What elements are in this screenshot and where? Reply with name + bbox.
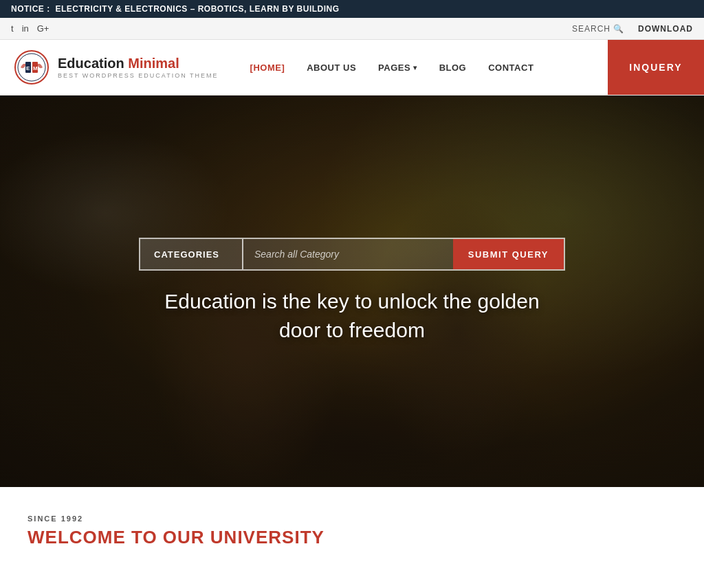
search-input-wrap — [243, 239, 453, 269]
inquiry-button[interactable]: INQUERY — [608, 40, 704, 95]
submit-query-button[interactable]: SUBMIT QUERY — [453, 239, 564, 269]
hero-section: CATEGORIES SUBMIT QUERY Education is the… — [0, 95, 704, 487]
search-link[interactable]: SEARCH 🔍 — [572, 24, 624, 34]
since-label: SINCE 1992 — [28, 514, 676, 523]
logo-area[interactable]: E M Education Minimal BEST WORDPRESS EDU… — [0, 40, 232, 95]
search-icon: 🔍 — [613, 24, 624, 34]
svg-text:E: E — [26, 65, 30, 71]
nav-about[interactable]: ABOUT US — [296, 40, 367, 95]
google-plus-icon[interactable]: G+ — [37, 23, 50, 34]
notice-label: NOTICE : — [11, 4, 50, 14]
nav-contact[interactable]: CONTACT — [477, 40, 544, 95]
site-tagline: BEST WORDPRESS EDUCATION THEME — [58, 72, 219, 79]
top-bar: t in G+ SEARCH 🔍 DOWNLOAD — [0, 18, 704, 40]
hero-tagline: Education is the key to unlock the golde… — [146, 287, 558, 345]
categories-dropdown[interactable]: CATEGORIES — [140, 239, 243, 269]
top-bar-right: SEARCH 🔍 DOWNLOAD — [572, 24, 693, 34]
site-header: E M Education Minimal BEST WORDPRESS EDU… — [0, 40, 704, 95]
nav-pages[interactable]: PAGES ▾ — [367, 40, 428, 95]
svg-point-0 — [15, 51, 48, 84]
social-icons-group: t in G+ — [11, 23, 49, 34]
logo-text: Education Minimal BEST WORDPRESS EDUCATI… — [58, 56, 219, 79]
search-label: SEARCH — [572, 24, 610, 34]
download-link[interactable]: DOWNLOAD — [638, 24, 693, 34]
welcome-heading: WELCOME TO OUR UNIVERSITY — [28, 527, 676, 548]
notice-bar: NOTICE : ELECTRICITY & ELECTRONICS – ROB… — [0, 0, 704, 18]
twitter-icon[interactable]: t — [11, 23, 14, 34]
logo-emblem: E M — [14, 49, 50, 85]
main-nav: HOME ABOUT US PAGES ▾ BLOG CONTACT — [232, 40, 608, 95]
search-input[interactable] — [243, 239, 453, 269]
linkedin-icon[interactable]: in — [22, 23, 29, 34]
svg-text:M: M — [33, 65, 38, 71]
hero-content: CATEGORIES SUBMIT QUERY Education is the… — [0, 95, 704, 487]
hero-search-bar: CATEGORIES SUBMIT QUERY — [139, 238, 565, 271]
nav-home[interactable]: HOME — [239, 40, 296, 95]
site-name: Education Minimal — [58, 56, 219, 71]
below-hero-section: SINCE 1992 WELCOME TO OUR UNIVERSITY — [0, 487, 704, 562]
pages-dropdown-arrow: ▾ — [413, 64, 417, 71]
nav-blog[interactable]: BLOG — [428, 40, 478, 95]
notice-text: ELECTRICITY & ELECTRONICS – ROBOTICS, LE… — [56, 4, 340, 14]
